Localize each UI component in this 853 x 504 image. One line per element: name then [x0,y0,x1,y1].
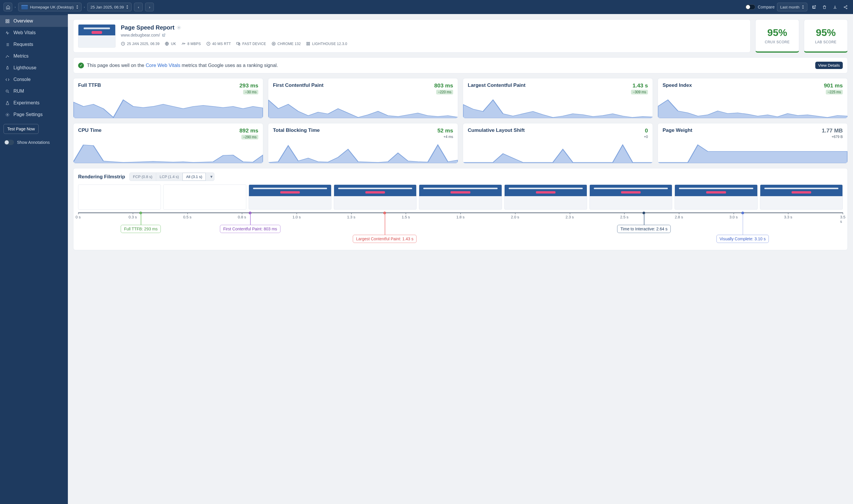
chevron-right-icon: › [149,5,150,10]
svg-point-18 [272,42,275,45]
view-details-button[interactable]: View Details [815,62,843,69]
svg-rect-6 [7,21,9,22]
lab-score-value: 95% [804,27,848,38]
delete-button[interactable] [820,5,829,10]
axis-tick: 1.5 s [402,215,410,219]
date-selector[interactable]: 25 Jan 2025, 06:39 [87,3,132,12]
svg-point-10 [6,90,8,92]
dots-icon [5,54,10,58]
metric-card-speed-index[interactable]: Speed Index 901 ms −225 ms [658,78,848,119]
sidebar-item-rum[interactable]: RUM [0,85,68,97]
filmstrip-frame[interactable] [504,184,587,210]
gear-icon[interactable] [177,25,181,30]
filmstrip-tab-dropdown[interactable]: ▼ [206,173,214,181]
page-screenshot-thumb[interactable] [78,24,116,48]
show-annotations-row: Show Annotations [3,140,64,145]
sidebar-item-page-settings[interactable]: Page Settings [0,109,68,121]
metric-card-page-weight[interactable]: Page Weight 1.77 MB +679 B [658,123,848,163]
sidebar-item-web-vitals[interactable]: Web Vitals [0,27,68,39]
page-thumb-icon [21,5,28,10]
metric-card-cpu-time[interactable]: CPU Time 892 ms −290 ms [73,123,263,163]
home-button[interactable] [3,3,12,12]
sidebar-item-label: RUM [14,89,24,94]
crux-score-card[interactable]: 95% CRUX SCORE [755,19,799,53]
main-content: Page Speed Report www.debugbear.com/ 25 … [68,14,853,504]
sidebar-item-label: Overview [14,18,33,24]
metric-delta: −225 ms [826,90,843,94]
metric-delta: −220 ms [436,90,453,94]
metric-card-full-ttfb[interactable]: Full TTFB 293 ms −30 ms [73,78,263,119]
timeline-annotation: First Contentful Paint: 803 ms [220,225,280,233]
download-button[interactable] [831,5,839,10]
prev-test-button[interactable]: ‹ [134,3,143,12]
metric-name: First Contentful Paint [273,83,324,88]
metric-value: 293 ms [240,83,258,89]
svg-rect-4 [7,19,9,20]
metric-value: 892 ms [240,127,258,134]
filmstrip-frame[interactable] [760,184,843,210]
filmstrip-frame[interactable] [249,184,331,210]
timeline-annotation: Visually Complete: 3.10 s [716,235,769,243]
light-icon [5,66,10,70]
sidebar-item-metrics[interactable]: Metrics [0,50,68,62]
range-selector[interactable]: Last month [777,3,807,12]
flask-icon [5,101,10,105]
breadcrumb-chevron: › [84,5,85,9]
svg-rect-20 [307,42,308,43]
annotations-toggle[interactable] [4,140,14,145]
sidebar-item-label: Requests [14,42,33,47]
filmstrip-card: Rendering Filmstrip FCP (0.8 s) LCP (1.4… [73,168,848,250]
svg-rect-3 [5,19,7,20]
annotations-label: Show Annotations [17,140,50,145]
meta-browser: CHROME 132 [278,42,301,46]
axis-tick: 2.8 s [675,215,683,219]
metric-delta: +0 [644,135,648,139]
axis-tick: 2.0 s [511,215,519,219]
sidebar-item-label: Page Settings [14,112,43,117]
code-icon [5,77,10,82]
sidebar-item-experiments[interactable]: Experiments [0,97,68,109]
sidebar-item-lighthouse[interactable]: Lighthouse [0,62,68,74]
metric-name: Largest Contentful Paint [468,83,525,88]
svg-point-12 [178,27,180,28]
filmstrip-frame[interactable] [163,184,246,210]
chevron-left-icon: ‹ [138,5,139,10]
filmstrip-frame[interactable] [675,184,758,210]
share-button[interactable] [841,5,850,10]
page-selector[interactable]: Homepage UK (Desktop) [18,3,82,12]
axis-tick: 1.8 s [456,215,465,219]
open-external-button[interactable] [810,5,818,10]
metric-card-cumulative-layout-shift[interactable]: Cumulative Layout Shift 0 +0 [463,123,653,163]
external-link-icon[interactable] [162,33,166,37]
sidebar-item-console[interactable]: Console [0,74,68,85]
svg-point-19 [273,43,274,44]
metric-card-first-contentful-paint[interactable]: First Contentful Paint 803 ms −220 ms [268,78,458,119]
filmstrip-frame[interactable] [78,184,161,210]
filmstrip-frame[interactable] [334,184,417,210]
filmstrip-tab-lcp[interactable]: LCP (1.4 s) [156,173,183,181]
axis-tick: 2.5 s [620,215,628,219]
report-url[interactable]: www.debugbear.com/ [121,33,160,37]
axis-tick: 2.3 s [565,215,574,219]
topbar: › Homepage UK (Desktop) › 25 Jan 2025, 0… [0,0,853,14]
metric-card-largest-contentful-paint[interactable]: Largest Contentful Paint 1.43 s −309 ms [463,78,653,119]
next-test-button[interactable]: › [145,3,154,12]
metric-value: 803 ms [434,83,453,89]
cwv-link[interactable]: Core Web Vitals [146,62,180,68]
filmstrip-frame[interactable] [419,184,502,210]
compare-toggle[interactable] [745,4,755,10]
filmstrip-frames [78,184,843,210]
filmstrip-tab-all[interactable]: All (3.1 s) [182,173,206,181]
test-page-button[interactable]: Test Page Now [3,124,39,134]
lab-score-card[interactable]: 95% LAB SCORE [804,19,848,53]
metric-card-total-blocking-time[interactable]: Total Blocking Time 52 ms +4 ms [268,123,458,163]
date-selector-label: 25 Jan 2025, 06:39 [90,5,124,10]
metric-sparkline [73,98,263,118]
filmstrip-tab-fcp[interactable]: FCP (0.8 s) [129,173,156,181]
sidebar-item-overview[interactable]: Overview [0,15,68,27]
filmstrip-frame[interactable] [589,184,672,210]
cwv-text: This page does well on the Core Web Vita… [87,62,278,68]
sidebar-item-requests[interactable]: Requests [0,39,68,50]
chevron-updown-icon [802,5,804,9]
metric-name: Total Blocking Time [273,127,320,133]
